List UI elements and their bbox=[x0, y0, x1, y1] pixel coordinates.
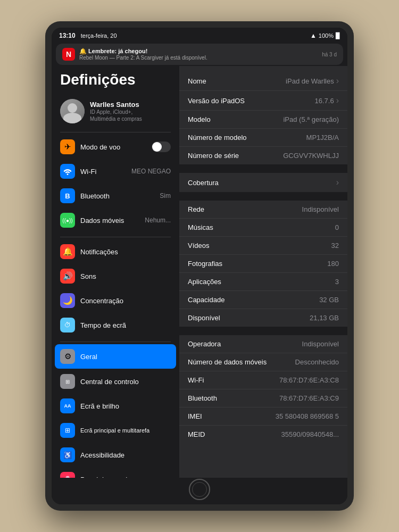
focus-label: Concentração bbox=[80, 297, 171, 305]
value-network: Indisponível bbox=[302, 205, 339, 213]
divider-2 bbox=[60, 237, 171, 237]
network-detail-section: Operadora Indisponível Número de dados m… bbox=[179, 335, 347, 443]
sidebar-item-control[interactable]: ⊞ Central de controlo bbox=[52, 369, 179, 394]
airplane-icon: ✈ bbox=[60, 139, 75, 154]
airplane-toggle[interactable] bbox=[152, 142, 171, 152]
info-row-carrier: Operadora Indisponível bbox=[179, 335, 347, 353]
status-right: ▲ 100% ▉ bbox=[310, 32, 340, 39]
profile-subtitle: ID Apple, iCloud+,Multimédia e compras bbox=[90, 109, 142, 122]
sidebar-item-screentime[interactable]: ⏱ Tempo de ecrã bbox=[52, 313, 179, 337]
main-content: Definições Warlles Santos ID Apple, iClo… bbox=[52, 66, 347, 478]
sidebar-item-accessibility[interactable]: ♿ Acessibilidade bbox=[52, 443, 179, 467]
value-imei: 35 580408 869568 5 bbox=[276, 412, 339, 420]
wifi-setting-icon bbox=[60, 164, 75, 179]
label-apps: Aplicações bbox=[188, 278, 335, 286]
label-name: Nome bbox=[188, 77, 286, 85]
info-row-music: Músicas 0 bbox=[179, 219, 347, 237]
screentime-icon: ⏱ bbox=[60, 318, 75, 332]
profile-section[interactable]: Warlles Santos ID Apple, iCloud+,Multimé… bbox=[52, 95, 179, 128]
info-row-cellular-number: Número de dados móveis Desconhecido bbox=[179, 353, 347, 371]
coverage-section: Cobertura bbox=[179, 173, 347, 192]
divider-3 bbox=[60, 342, 171, 342]
value-name: iPad de Warlles bbox=[286, 76, 339, 86]
label-coverage: Cobertura bbox=[188, 179, 336, 187]
sidebar-item-wallpaper[interactable]: 🌸 Papel de parede bbox=[52, 467, 179, 478]
value-cellular-number: Desconhecido bbox=[295, 358, 339, 366]
value-serial: GCGVV7KWHLJJ bbox=[283, 152, 339, 160]
page-title: Definições bbox=[52, 66, 179, 95]
device-screen: 13:10 terça-feira, 20 ▲ 100% ▉ N 🔔 Lembr… bbox=[52, 28, 347, 504]
sidebar-item-bluetooth[interactable]: B Bluetooth Sim bbox=[52, 184, 179, 208]
spacer-1 bbox=[179, 164, 347, 173]
label-wifi-addr: Wi-Fi bbox=[188, 376, 279, 384]
status-bar: 13:10 terça-feira, 20 ▲ 100% ▉ bbox=[52, 28, 347, 43]
sidebar-item-airplane[interactable]: ✈ Modo de voo bbox=[52, 135, 179, 159]
general-group: ⚙ Geral ⊞ Central de controlo AA Ecrã e … bbox=[52, 344, 179, 478]
bottom-bar bbox=[52, 478, 347, 504]
notifications-group: 🔔 Notificações 🔊 Sons 🌙 Concentração ⏱ T… bbox=[52, 239, 179, 337]
value-available: 21,13 GB bbox=[310, 314, 339, 322]
value-meid: 35590/09840548... bbox=[281, 430, 339, 438]
general-icon: ⚙ bbox=[60, 349, 75, 364]
label-capacity: Capacidade bbox=[188, 296, 319, 304]
sidebar-item-display[interactable]: AA Ecrã e brilho bbox=[52, 394, 179, 418]
sidebar-item-cellular[interactable]: ((●)) Dados móveis Nehum... bbox=[52, 208, 179, 232]
info-row-bt-addr: Bluetooth 78:67:D7:6E:A3:C9 bbox=[179, 389, 347, 408]
display-label: Ecrã e brilho bbox=[80, 402, 171, 410]
accessibility-icon: ♿ bbox=[60, 447, 75, 462]
sidebar-item-homescreen[interactable]: ⊞ Ecrã principal e multitarefa bbox=[52, 418, 179, 443]
value-bt-addr: 78:67:D7:6E:A3:C9 bbox=[279, 394, 339, 402]
sidebar-item-focus[interactable]: 🌙 Concentração bbox=[52, 288, 179, 313]
info-row-photos: Fotografias 180 bbox=[179, 255, 347, 273]
display-icon: AA bbox=[60, 398, 75, 413]
sidebar-item-general[interactable]: ⚙ Geral bbox=[55, 344, 176, 369]
sounds-icon: 🔊 bbox=[60, 269, 75, 284]
label-photos: Fotografias bbox=[188, 260, 327, 268]
value-music: 0 bbox=[335, 223, 339, 231]
wifi-icon: ▲ bbox=[310, 32, 317, 39]
label-carrier: Operadora bbox=[188, 340, 302, 348]
device-frame: 13:10 terça-feira, 20 ▲ 100% ▉ N 🔔 Lembr… bbox=[45, 21, 354, 511]
battery-indicator: 100% bbox=[319, 32, 334, 39]
sidebar: Definições Warlles Santos ID Apple, iClo… bbox=[52, 66, 179, 478]
detail-panel: Nome iPad de Warlles Versão do iPadOS 16… bbox=[179, 66, 347, 478]
value-carrier: Indisponível bbox=[302, 340, 339, 348]
avatar bbox=[60, 99, 85, 123]
airplane-label: Modo de voo bbox=[80, 143, 146, 151]
label-cellular-number: Número de dados móveis bbox=[188, 358, 295, 366]
sidebar-item-wifi[interactable]: Wi-Fi MEO NEGAO bbox=[52, 159, 179, 184]
value-model-number: MP1J2B/A bbox=[306, 134, 339, 142]
label-model-number: Número de modelo bbox=[188, 134, 306, 142]
wallpaper-icon: 🌸 bbox=[60, 472, 75, 478]
sidebar-item-notifications[interactable]: 🔔 Notificações bbox=[52, 239, 179, 264]
homescreen-label: Ecrã principal e multitarefa bbox=[80, 427, 171, 434]
profile-name: Warlles Santos bbox=[90, 101, 142, 109]
notifications-label: Notificações bbox=[80, 248, 171, 256]
label-bt-addr: Bluetooth bbox=[188, 394, 279, 402]
value-videos: 32 bbox=[331, 242, 339, 250]
cellular-label: Dados móveis bbox=[80, 217, 139, 225]
info-row-meid: MEID 35590/09840548... bbox=[179, 426, 347, 443]
info-row-model-number: Número de modelo MP1J2B/A bbox=[179, 129, 347, 147]
info-row-name[interactable]: Nome iPad de Warlles bbox=[179, 71, 347, 91]
notification-body: Rebel Moon — Parte 2: A Scargiver já est… bbox=[79, 55, 318, 61]
label-ipados: Versão do iPadOS bbox=[188, 97, 315, 105]
info-row-wifi-addr: Wi-Fi 78:67:D7:6E:A3:C8 bbox=[179, 371, 347, 389]
sidebar-item-sounds[interactable]: 🔊 Sons bbox=[52, 264, 179, 288]
label-meid: MEID bbox=[188, 430, 281, 438]
bluetooth-label: Bluetooth bbox=[80, 192, 154, 200]
profile-info: Warlles Santos ID Apple, iCloud+,Multimé… bbox=[90, 101, 142, 122]
avatar-image bbox=[60, 99, 85, 123]
battery-icon: ▉ bbox=[336, 32, 340, 39]
notification-time: há 3 d bbox=[322, 52, 337, 57]
notification-content: 🔔 Lembrete: já chegou! Rebel Moon — Part… bbox=[79, 48, 318, 61]
info-row-coverage[interactable]: Cobertura bbox=[179, 173, 347, 192]
info-row-ipados[interactable]: Versão do iPadOS 16.7.6 bbox=[179, 91, 347, 111]
accessibility-label: Acessibilidade bbox=[80, 451, 171, 459]
status-time: 13:10 bbox=[59, 32, 76, 39]
info-row-imei: IMEI 35 580408 869568 5 bbox=[179, 408, 347, 426]
value-apps: 3 bbox=[335, 278, 339, 286]
info-row-apps: Aplicações 3 bbox=[179, 273, 347, 291]
notification-banner[interactable]: N 🔔 Lembrete: já chegou! Rebel Moon — Pa… bbox=[56, 44, 343, 65]
home-button[interactable] bbox=[189, 479, 210, 500]
